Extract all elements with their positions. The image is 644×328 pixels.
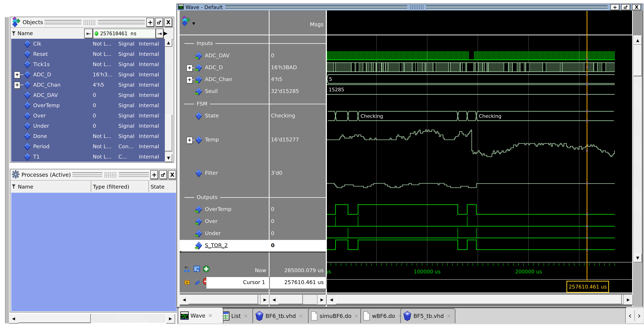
drag-grip[interactable] — [44, 20, 81, 25]
cursor-properties-icon[interactable] — [193, 277, 200, 285]
drag-grip[interactable] — [98, 20, 145, 25]
tab-Wave[interactable]: Wave✕ — [178, 307, 223, 324]
filter-funnel-icon[interactable] — [12, 184, 16, 189]
objects-row-ADC_DAV[interactable]: ADC_DAV0SignalInternal — [11, 90, 165, 100]
processes-col-name[interactable]: Name — [18, 184, 33, 190]
cursor-value[interactable]: 257610.461 us — [270, 279, 324, 285]
scrollbar-track[interactable] — [18, 314, 166, 323]
tab-simuBF6.do[interactable]: simuBF6.do✕ — [308, 308, 365, 323]
edit-mode-icon[interactable] — [184, 265, 191, 273]
close-button[interactable]: X — [632, 4, 641, 10]
canvas-hscrollbar[interactable]: ◀ ▶ — [327, 294, 632, 305]
close-button[interactable]: X — [168, 170, 176, 179]
tab-BF6_tb.vhd[interactable]: BF6_tb.vhd✕ — [252, 308, 312, 323]
objects-row-ADC_D[interactable]: + ADC_D16'h3...SignalInternal — [11, 70, 165, 80]
column-separator[interactable] — [148, 181, 149, 192]
expand-toggle[interactable]: + — [14, 82, 20, 89]
tabs-scroll-left-icon[interactable]: ‹ — [626, 311, 634, 321]
undock-button[interactable] — [621, 4, 630, 10]
wave-cursor-line[interactable] — [587, 11, 587, 280]
scroll-right-button[interactable]: ▶ — [624, 295, 633, 305]
scroll-up-button[interactable]: ▲ — [165, 39, 172, 47]
processes-titlebar[interactable]: Processes (Active) + X — [10, 169, 178, 180]
scroll-left-button[interactable]: ◀ — [270, 295, 278, 305]
objects-list[interactable]: ClkNot L...SignalInternal ResetNot L...S… — [11, 39, 165, 162]
objects-row-Under[interactable]: Under0SignalInternal — [11, 121, 165, 131]
tab-close-icon[interactable]: ✕ — [354, 313, 358, 319]
wave-value-column[interactable] — [270, 10, 326, 263]
mdi-hscrollbar[interactable]: ◀ ▶ — [9, 314, 174, 324]
tab-close-icon[interactable]: ✕ — [447, 313, 451, 319]
next-edge-button[interactable]: ⇥ — [156, 29, 164, 38]
objects-row-Period[interactable]: PeriodNot L...Con...Internal — [11, 141, 165, 152]
close-button[interactable]: X — [164, 18, 172, 27]
drag-grip[interactable] — [119, 172, 149, 177]
lock-cursor-icon[interactable] — [184, 277, 191, 285]
scroll-left-button[interactable]: ◀ — [327, 295, 336, 305]
msgs-header[interactable]: Msgs — [270, 21, 324, 27]
tab-scroll-buttons[interactable]: ‹ › — [625, 308, 644, 323]
wave-titlebar[interactable]: Wave - Default + X — [177, 4, 643, 10]
prev-edge-button[interactable]: ⇤ — [84, 29, 93, 38]
drag-grip-dots[interactable] — [104, 172, 117, 177]
tab-close-icon[interactable]: ✕ — [244, 313, 248, 319]
column-separator[interactable] — [91, 181, 91, 192]
scroll-left-button[interactable]: ◀ — [180, 295, 189, 305]
tabs-scroll-right-icon[interactable]: › — [635, 311, 644, 321]
processes-col-type[interactable]: Type (filtered) — [93, 184, 129, 190]
column-separator[interactable] — [269, 10, 270, 307]
scroll-right-button[interactable]: ▶ — [318, 295, 326, 305]
dropdown-arrow-icon[interactable]: ▼ — [192, 21, 195, 25]
wave-vscrollbar[interactable]: ▲ ▼ — [633, 10, 642, 307]
tab-List[interactable]: List✕ — [219, 308, 257, 323]
wave-edit-toolbar[interactable] — [184, 265, 210, 273]
wave-signal-group-icon[interactable] — [182, 15, 190, 27]
drag-grip[interactable] — [426, 5, 608, 9]
expand-toggle[interactable]: + — [14, 71, 20, 78]
scrollbar-track[interactable] — [278, 295, 317, 304]
scrollbar-thumb[interactable] — [189, 295, 258, 304]
objects-row-OverTemp[interactable]: OverTemp0SignalInternal — [11, 100, 165, 111]
undock-button[interactable] — [155, 18, 163, 27]
processes-col-state[interactable]: State — [151, 184, 164, 190]
objects-row-Over[interactable]: Over0SignalInternal — [11, 111, 165, 121]
scrollbar-track[interactable] — [188, 295, 260, 304]
undock-button[interactable] — [159, 170, 167, 179]
scroll-right-button[interactable]: ▶ — [260, 295, 270, 305]
name-hscrollbar[interactable]: ◀ ▶ — [180, 294, 269, 305]
scrollbar-track[interactable]: ▲ ▼ — [633, 35, 642, 263]
drag-grip[interactable] — [72, 172, 102, 177]
add-cursor-icon[interactable] — [202, 265, 210, 273]
scroll-left-button[interactable]: ◀ — [9, 314, 18, 324]
drag-grip[interactable] — [225, 5, 407, 9]
add-button[interactable]: + — [146, 18, 154, 27]
tab-close-icon[interactable]: ✕ — [299, 313, 303, 319]
scrollbar-thumb[interactable] — [18, 314, 90, 323]
scrollbar-thumb[interactable] — [336, 295, 622, 304]
expand-header-arrow[interactable]: ▶ — [164, 30, 168, 36]
time-header-box[interactable]: 257610461 ns — [93, 29, 156, 38]
cursor-label[interactable]: Cursor 1 — [213, 279, 265, 285]
waveform-canvas[interactable]: 515285CheckingChecking — [327, 35, 632, 262]
objects-row-T1[interactable]: T1Not L...C...Internal — [11, 152, 165, 162]
add-button[interactable]: + — [150, 170, 158, 179]
value-hscrollbar[interactable]: ◀ ▶ — [270, 294, 326, 305]
scrollbar-track[interactable] — [336, 295, 624, 304]
scroll-up-button[interactable]: ▲ — [634, 36, 642, 45]
objects-row-Done[interactable]: DoneNot L...SignalInternal — [11, 131, 165, 141]
objects-row-Clk[interactable]: ClkNot L...SignalInternal — [11, 39, 165, 49]
scrollbar-thumb[interactable] — [165, 114, 172, 151]
timeline-ruler-canvas[interactable]: 0 us100000 us200000 us — [327, 263, 632, 279]
scrollbar-thumb[interactable] — [278, 295, 303, 304]
cursor-time-box[interactable]: 257610.461 us — [566, 281, 609, 293]
tab-wBF6.do[interactable]: wBF6.do✕ — [360, 308, 405, 323]
select-window-icon[interactable] — [193, 265, 200, 273]
scroll-right-button[interactable]: ▶ — [166, 314, 175, 324]
drag-grip-dots[interactable] — [410, 5, 424, 9]
tab-BF5_tb.vhd[interactable]: BF5_tb.vhd✕ — [400, 308, 455, 323]
objects-row-ADC_Chan[interactable]: + ADC_Chan4'h5SignalInternal — [11, 80, 165, 90]
objects-row-Reset[interactable]: ResetNot L...SignalInternal — [11, 49, 165, 59]
objects-vscrollbar[interactable]: ▲ ▼ — [165, 39, 172, 162]
processes-body[interactable] — [11, 193, 178, 311]
filter-funnel-icon[interactable] — [12, 31, 16, 36]
